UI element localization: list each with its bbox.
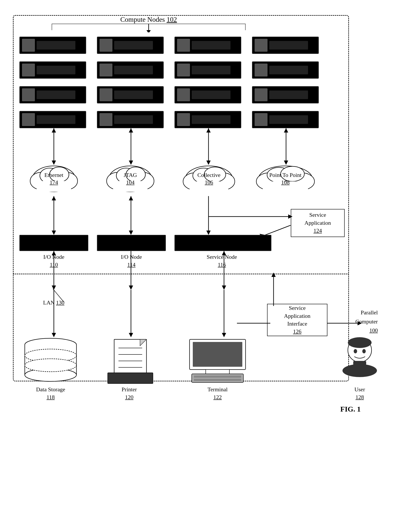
service-application-interface-text: ServiceApplicationInterface126	[284, 304, 311, 336]
svg-marker-60	[222, 251, 226, 255]
svg-marker-55	[52, 251, 56, 255]
arrow-sai-to-terminal	[237, 320, 271, 326]
svg-rect-86	[108, 373, 153, 383]
user-label: User128	[338, 386, 381, 401]
ethernet-label: Ethernet174	[44, 171, 63, 186]
arrow-ionode110-down	[51, 251, 57, 290]
svg-marker-42	[52, 231, 56, 235]
printer-label: Printer120	[103, 386, 155, 401]
server-block-r1-c2	[97, 37, 164, 54]
collective-label: Collective106	[198, 171, 220, 186]
server-block-r4-c2	[97, 111, 164, 128]
arrow-to-p2p	[283, 128, 289, 165]
svg-point-98	[343, 364, 377, 377]
compute-nodes-label: Compute Nodes 102	[52, 16, 246, 23]
arrow-jtag-to-ionode114	[128, 196, 134, 235]
svg-rect-80	[114, 339, 146, 378]
server-block-r4-c1	[19, 111, 86, 128]
p2p-label: Point To Point108	[269, 171, 301, 186]
svg-rect-89	[206, 370, 229, 374]
svg-marker-43	[52, 196, 56, 200]
user-icon	[338, 337, 381, 385]
server-block-r2-c3	[175, 61, 241, 79]
svg-marker-16	[284, 128, 288, 133]
svg-marker-48	[206, 231, 211, 235]
jtag-label: JTAG104	[124, 171, 137, 186]
svg-rect-88	[193, 342, 242, 367]
server-block-r2-c1	[19, 61, 86, 79]
svg-marker-69	[271, 273, 276, 277]
arrow-to-ethernet	[51, 128, 57, 165]
svg-marker-65	[129, 333, 133, 337]
terminal-label: Terminal122	[194, 386, 241, 401]
svg-marker-7	[52, 128, 56, 133]
svg-marker-4	[146, 30, 151, 32]
dashed-separator	[13, 274, 349, 274]
diagram: ParallelComputer100 Compute Nodes 102	[9, 6, 408, 524]
arrow-to-jtag	[128, 128, 134, 165]
compute-nodes-brace	[52, 24, 246, 32]
server-block-r3-c2	[97, 86, 164, 103]
server-block-r3-c3	[175, 86, 241, 103]
server-block-r1-c1	[19, 37, 86, 54]
svg-marker-45	[129, 231, 133, 235]
svg-point-96	[362, 349, 366, 353]
service-application-text: ServiceApplication124	[304, 211, 331, 235]
fig-label: FIG. 1	[340, 405, 361, 413]
arrow-servicenode-down	[221, 251, 227, 290]
svg-marker-13	[206, 128, 211, 133]
p2p-cloud: Point To Point108	[254, 162, 317, 196]
arrow-sai-to-servicenode	[270, 271, 277, 306]
svg-point-79	[25, 359, 76, 372]
svg-rect-92	[194, 379, 241, 381]
collective-cloud: Collective106	[181, 162, 237, 196]
data-storage-label: Data Storage118	[21, 386, 80, 401]
arrow-to-collective	[205, 128, 212, 165]
svg-point-95	[354, 349, 357, 353]
svg-rect-91	[194, 376, 241, 378]
io-node-114-block	[97, 235, 166, 251]
arrow-to-datastorage	[51, 290, 57, 337]
svg-point-94	[348, 337, 372, 348]
server-block-r4-c4	[252, 111, 319, 128]
arrow-to-printer	[128, 290, 134, 337]
arrow-collective-to-sa	[208, 213, 292, 220]
server-block-r3-c4	[252, 86, 319, 103]
arrow-sai-to-user	[327, 320, 362, 326]
server-block-r4-c3	[175, 111, 241, 128]
svg-line-51	[263, 225, 291, 236]
svg-marker-50	[288, 214, 292, 219]
ethernet-cloud: Ethernet174	[28, 162, 80, 196]
server-block-r3-c1	[19, 86, 86, 103]
service-application-box: ServiceApplication124	[291, 209, 345, 237]
svg-marker-63	[52, 333, 56, 337]
server-block-r2-c2	[97, 61, 164, 79]
svg-marker-72	[358, 321, 362, 325]
svg-rect-90	[192, 374, 243, 383]
svg-marker-59	[222, 286, 226, 290]
arrow-to-terminal	[221, 290, 227, 337]
server-block-r1-c4	[252, 37, 319, 54]
data-storage-icon	[21, 337, 80, 385]
svg-marker-46	[129, 196, 133, 200]
terminal-icon	[185, 337, 250, 385]
server-block-r1-c3	[175, 37, 241, 54]
jtag-cloud: JTAG104	[104, 162, 156, 196]
svg-marker-57	[129, 286, 133, 290]
server-block-r2-c4	[252, 61, 319, 79]
printer-icon	[103, 337, 155, 385]
arrow-ethernet-to-ionode110	[51, 196, 57, 235]
service-node-116-block	[175, 235, 271, 251]
svg-marker-10	[129, 128, 133, 133]
arrow-ionode114-down	[128, 251, 134, 290]
io-node-110-block	[19, 235, 88, 251]
service-application-interface-box: ServiceApplicationInterface126	[267, 304, 327, 336]
svg-marker-67	[222, 333, 226, 337]
